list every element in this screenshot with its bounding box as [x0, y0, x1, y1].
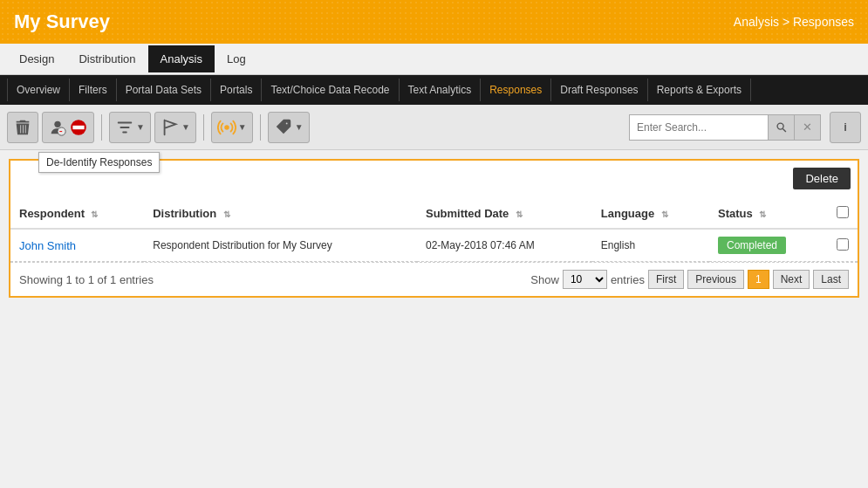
- subnav-reports-exports[interactable]: Reports & Exports: [648, 79, 751, 101]
- tag-chevron: ▼: [295, 122, 304, 132]
- separator-1: [101, 114, 102, 141]
- cell-submitted-date: 02-May-2018 07:46 AM: [417, 229, 592, 262]
- subnav-overview[interactable]: Overview: [7, 79, 70, 101]
- info-icon: i: [844, 120, 847, 134]
- pagination: Show 10 25 50 100 entries First Previous…: [530, 270, 849, 289]
- flag-icon: [161, 118, 180, 137]
- table-row: John Smith Respondent Distribution for M…: [10, 229, 858, 262]
- submitted-date-sort-icon[interactable]: ⇅: [516, 210, 523, 219]
- first-page-button[interactable]: First: [648, 270, 684, 289]
- sub-nav: Overview Filters Portal Data Sets Portal…: [0, 75, 868, 105]
- svg-point-5: [224, 125, 229, 130]
- select-all-checkbox[interactable]: [837, 206, 849, 218]
- subnav-portals[interactable]: Portals: [211, 79, 262, 101]
- tooltip-deidentify: De-Identify Responses: [38, 152, 160, 173]
- filter-button[interactable]: ▼: [109, 112, 151, 143]
- subnav-responses[interactable]: Responses: [481, 79, 551, 101]
- table-footer: Showing 1 to 1 of 1 entries Show 10 25 5…: [10, 262, 858, 296]
- entries-per-page-select[interactable]: 10 25 50 100: [563, 270, 607, 289]
- broadcast-button[interactable]: ▼: [211, 112, 253, 143]
- table-header-row: Respondent ⇅ Distribution ⇅ Submitted Da…: [10, 199, 858, 229]
- cell-respondent: John Smith: [10, 229, 144, 262]
- flag-button[interactable]: ▼: [154, 112, 196, 143]
- show-label: Show: [530, 273, 559, 286]
- respondent-link[interactable]: John Smith: [19, 239, 76, 252]
- delete-button[interactable]: [7, 112, 38, 143]
- search-icon: [776, 121, 788, 134]
- svg-line-7: [783, 128, 786, 132]
- col-status: Status ⇅: [709, 199, 828, 229]
- col-language: Language ⇅: [592, 199, 709, 229]
- showing-entries-text: Showing 1 to 1 of 1 entries: [19, 273, 154, 286]
- filter-icon: [115, 118, 134, 137]
- separator-3: [260, 114, 261, 141]
- search-clear-button[interactable]: ✕: [795, 114, 821, 141]
- tag-button[interactable]: ▼: [268, 112, 310, 143]
- col-distribution: Distribution ⇅: [144, 199, 417, 229]
- app-header: My Survey Analysis > Responses: [0, 0, 868, 44]
- col-select-all: [828, 199, 858, 229]
- subnav-text-analytics[interactable]: Text Analytics: [400, 79, 482, 101]
- search-input[interactable]: [629, 114, 769, 141]
- top-nav: Design Distribution Analysis Log: [0, 44, 868, 75]
- toolbar: - ▼ ▼ ▼ ▼: [0, 105, 868, 150]
- entries-label: entries: [611, 273, 645, 286]
- svg-rect-4: [72, 125, 84, 128]
- status-badge: Completed: [718, 237, 786, 254]
- status-sort-icon[interactable]: ⇅: [759, 210, 766, 219]
- subnav-draft-responses[interactable]: Draft Responses: [551, 79, 647, 101]
- col-submitted-date: Submitted Date ⇅: [417, 199, 592, 229]
- cell-status: Completed: [709, 229, 828, 262]
- current-page-button[interactable]: 1: [748, 270, 769, 289]
- table-delete-button[interactable]: Delete: [793, 168, 851, 189]
- respondent-sort-icon[interactable]: ⇅: [91, 210, 98, 219]
- deidentify-button[interactable]: -: [42, 112, 94, 143]
- trash-icon: [13, 118, 32, 137]
- info-button[interactable]: i: [830, 112, 861, 143]
- nav-log[interactable]: Log: [215, 45, 258, 72]
- content-area: Delete Respondent ⇅ Distribution ⇅ Submi…: [0, 150, 868, 306]
- separator-2: [203, 114, 204, 141]
- table-container: Delete Respondent ⇅ Distribution ⇅ Submi…: [9, 159, 859, 298]
- show-entries: Show 10 25 50 100 entries: [530, 270, 645, 289]
- app-title: My Survey: [14, 10, 110, 33]
- nav-distribution[interactable]: Distribution: [66, 45, 147, 72]
- cell-checkbox: [828, 229, 858, 262]
- breadcrumb: Analysis > Responses: [734, 15, 854, 29]
- flag-chevron: ▼: [181, 122, 190, 132]
- language-sort-icon[interactable]: ⇅: [661, 210, 668, 219]
- filter-chevron: ▼: [136, 122, 145, 132]
- person-icon: -: [48, 118, 67, 137]
- tag-icon: [274, 118, 293, 137]
- nav-design[interactable]: Design: [7, 45, 66, 72]
- broadcast-icon: [217, 118, 236, 137]
- distribution-sort-icon[interactable]: ⇅: [223, 210, 230, 219]
- minus-badge-icon: [69, 118, 88, 137]
- svg-point-6: [777, 123, 783, 129]
- close-icon: ✕: [803, 120, 812, 134]
- next-page-button[interactable]: Next: [773, 270, 810, 289]
- row-checkbox[interactable]: [837, 238, 849, 251]
- col-respondent: Respondent ⇅: [10, 199, 144, 229]
- subnav-filters[interactable]: Filters: [70, 79, 117, 101]
- broadcast-chevron: ▼: [238, 122, 247, 132]
- search-submit-button[interactable]: [769, 114, 795, 141]
- nav-analysis[interactable]: Analysis: [148, 45, 215, 72]
- last-page-button[interactable]: Last: [813, 270, 849, 289]
- cell-language: English: [592, 229, 709, 262]
- previous-page-button[interactable]: Previous: [687, 270, 744, 289]
- search-box: ✕: [629, 114, 821, 141]
- subnav-portal-data-sets[interactable]: Portal Data Sets: [117, 79, 211, 101]
- cell-distribution: Respondent Distribution for My Survey: [144, 229, 417, 262]
- responses-table: Respondent ⇅ Distribution ⇅ Submitted Da…: [10, 199, 858, 262]
- subnav-text-choice-data-recode[interactable]: Text/Choice Data Recode: [262, 79, 399, 101]
- svg-text:-: -: [59, 125, 63, 137]
